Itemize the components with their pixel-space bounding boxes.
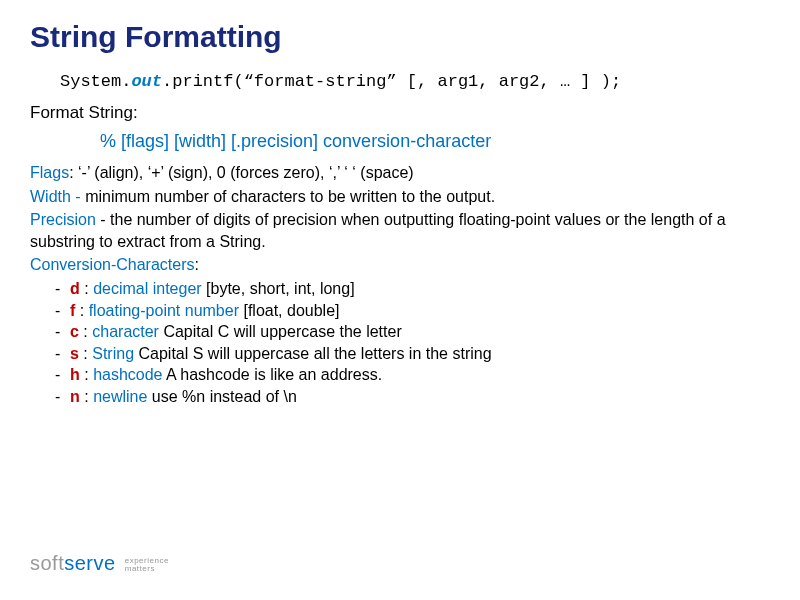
logo-serve: serve (64, 552, 115, 574)
format-string-label: Format String: (30, 103, 770, 123)
conv-char: n (70, 388, 80, 405)
conv-sep: : (80, 280, 93, 297)
width-text: minimum number of characters to be writt… (85, 188, 495, 205)
syntax-line: System.out.printf(“format-string” [, arg… (60, 72, 770, 91)
conv-desc: character (92, 323, 159, 340)
conv-tail: [byte, short, int, long] (202, 280, 355, 297)
conv-sep: : (79, 323, 92, 340)
page-title: String Formatting (30, 20, 770, 54)
list-item: d : decimal integer [byte, short, int, l… (70, 278, 770, 300)
precision-label: Precision (30, 211, 96, 228)
list-item: s : String Capital S will uppercase all … (70, 343, 770, 365)
precision-text: - the number of digits of precision when… (30, 211, 726, 250)
width-label: Width (30, 188, 71, 205)
conv-tail: A hashcode is like an address. (163, 366, 383, 383)
conversion-characters-label: Conversion-Characters: (30, 254, 770, 276)
syntax-post: .printf(“format-string” [, arg1, arg2, …… (162, 72, 621, 91)
logo: softserve experience matters (30, 552, 169, 575)
width-line: Width - minimum number of characters to … (30, 186, 770, 208)
list-item: c : character Capital C will uppercase t… (70, 321, 770, 343)
list-item: n : newline use %n instead of \n (70, 386, 770, 408)
conv-tail: Capital S will uppercase all the letters… (134, 345, 492, 362)
conv-desc: hashcode (93, 366, 162, 383)
conv-desc: newline (93, 388, 147, 405)
conv-label: Conversion-Characters (30, 256, 195, 273)
conv-colon: : (195, 256, 199, 273)
syntax-out: out (131, 72, 162, 91)
conv-desc: String (92, 345, 134, 362)
conv-sep: : (80, 366, 93, 383)
conv-tail: [float, double] (239, 302, 340, 319)
logo-tagline: experience matters (125, 557, 169, 573)
flags-label: Flags (30, 164, 69, 181)
list-item: h : hashcode A hashcode is like an addre… (70, 364, 770, 386)
width-dash: - (71, 188, 85, 205)
conversion-list: d : decimal integer [byte, short, int, l… (70, 278, 770, 408)
conv-desc: floating-point number (89, 302, 239, 319)
logo-tag2: matters (125, 564, 155, 573)
logo-soft: soft (30, 552, 64, 574)
conv-sep: : (75, 302, 88, 319)
conv-tail: Capital C will uppercase the letter (159, 323, 402, 340)
conv-sep: : (80, 388, 93, 405)
flags-line: Flags: ‘-’ (align), ‘+’ (sign), 0 (force… (30, 162, 770, 184)
conv-sep: : (79, 345, 92, 362)
conv-char: s (70, 345, 79, 362)
conv-char: c (70, 323, 79, 340)
flags-text: : ‘-’ (align), ‘+’ (sign), 0 (forces zer… (69, 164, 414, 181)
conv-char: d (70, 280, 80, 297)
syntax-pre: System. (60, 72, 131, 91)
list-item: f : floating-point number [float, double… (70, 300, 770, 322)
conv-char: h (70, 366, 80, 383)
format-spec: % [flags] [width] [.precision] conversio… (100, 131, 770, 152)
conv-desc: decimal integer (93, 280, 202, 297)
conv-tail: use %n instead of \n (147, 388, 296, 405)
precision-line: Precision - the number of digits of prec… (30, 209, 770, 252)
